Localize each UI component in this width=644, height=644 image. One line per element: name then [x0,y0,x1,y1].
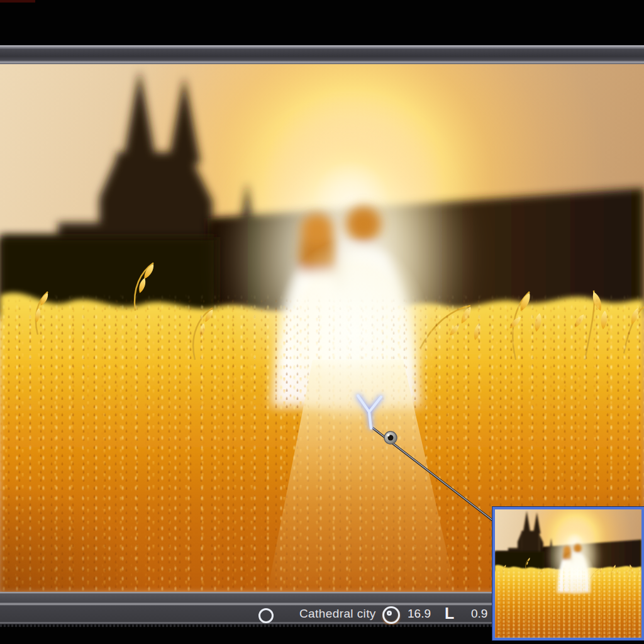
aspect-ratio-value: 16.9 [408,607,431,621]
ring-icon [258,608,274,623]
target-icon-inner [387,611,392,616]
camera-monitor-screen: Cathedral city 16.9 L 0.9 [0,0,644,644]
preview-thumbnail[interactable] [492,507,644,640]
top-bezel [0,45,644,64]
level-icon: L [445,604,454,623]
location-label: Cathedral city [299,607,376,621]
target-icon [382,606,400,624]
level-value: 0.9 [471,607,487,621]
thumbnail-warm-overlay [495,509,641,638]
record-indicator [0,0,35,3]
